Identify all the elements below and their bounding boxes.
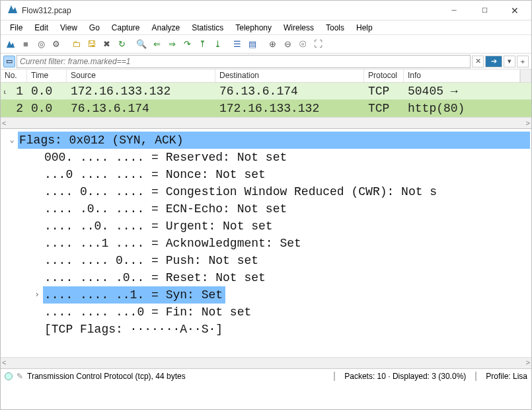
flag-reset[interactable]: .... .... .0.. = Reset: Not set bbox=[2, 269, 530, 286]
scroll-right-icon[interactable]: > bbox=[525, 354, 530, 368]
save-file-icon[interactable]: 🖫 bbox=[84, 37, 98, 52]
packet-flow-marker-icon: ⸤ bbox=[3, 84, 7, 95]
resize-columns-icon[interactable]: ⛶ bbox=[311, 37, 325, 52]
auto-scroll-icon[interactable]: ☰ bbox=[230, 37, 245, 52]
bookmark-filter-icon[interactable]: ▭ bbox=[3, 56, 15, 67]
packet-list-pane: No. Time Source Destination Protocol Inf… bbox=[1, 69, 531, 129]
scroll-left-icon[interactable]: < bbox=[2, 119, 6, 127]
flag-syn: .... .... ..1. = Syn: Set bbox=[43, 286, 225, 304]
col-no[interactable]: No. bbox=[1, 69, 27, 82]
colorize-icon[interactable]: ▤ bbox=[245, 37, 260, 52]
expert-info-icon[interactable] bbox=[5, 372, 13, 380]
menu-edit[interactable]: Edit bbox=[29, 22, 54, 34]
titlebar: Flow312.pcap ─ ☐ ✕ bbox=[1, 1, 531, 20]
capture-options-icon[interactable]: ⚙ bbox=[49, 37, 63, 52]
packet-list-hscroll[interactable]: < > bbox=[1, 117, 531, 128]
display-filter-bar: ▭ ✕ ➔ ▾ + bbox=[1, 54, 531, 69]
menu-wireless[interactable]: Wireless bbox=[278, 22, 319, 34]
menu-capture[interactable]: Capture bbox=[106, 22, 145, 34]
minimize-button[interactable]: ─ bbox=[439, 1, 469, 20]
zoom-in-icon[interactable]: ⊕ bbox=[265, 37, 280, 52]
go-to-icon[interactable]: ↷ bbox=[180, 37, 194, 52]
menu-analyze[interactable]: Analyze bbox=[147, 22, 186, 34]
col-time[interactable]: Time bbox=[27, 69, 67, 82]
clear-filter-button[interactable]: ✕ bbox=[472, 56, 484, 67]
menu-tools[interactable]: Tools bbox=[321, 22, 350, 34]
toolbar: ■ ◎ ⚙ 🗀 🖫 ✖ ↻ 🔍 ⇐ ⇒ ↷ ⤒ ⤓ ☰ ▤ ⊕ ⊖ ⦾ ⛶ bbox=[1, 35, 531, 54]
stop-capture-icon[interactable]: ■ bbox=[19, 37, 33, 52]
details-hscroll[interactable]: < > bbox=[1, 357, 531, 368]
close-button[interactable]: ✕ bbox=[500, 1, 530, 20]
flags-header: Flags: 0x012 (SYN, ACK) bbox=[18, 132, 530, 149]
expand-caret-icon[interactable]: › bbox=[31, 286, 43, 304]
flag-urgent[interactable]: .... ..0. .... = Urgent: Not set bbox=[2, 218, 530, 235]
flag-nonce[interactable]: ...0 .... .... = Nonce: Not set bbox=[2, 166, 530, 183]
flags-header-row[interactable]: ⌄ Flags: 0x012 (SYN, ACK) bbox=[2, 132, 530, 149]
flag-cwr[interactable]: .... 0... .... = Congestion Window Reduc… bbox=[2, 183, 530, 200]
col-destination[interactable]: Destination bbox=[215, 69, 364, 82]
packet-row[interactable]: 2 0.0 76.13.6.174 172.16.133.132 TCP htt… bbox=[1, 100, 531, 117]
status-profile[interactable]: Profile: Lisa bbox=[486, 372, 527, 381]
app-icon bbox=[7, 4, 18, 17]
tcp-flags-summary[interactable]: [TCP Flags: ·······A··S·] bbox=[2, 321, 530, 338]
flag-reserved[interactable]: 000. .... .... = Reserved: Not set bbox=[2, 149, 530, 166]
packet-list-header[interactable]: No. Time Source Destination Protocol Inf… bbox=[1, 69, 531, 83]
display-filter-input[interactable] bbox=[17, 55, 471, 68]
flag-ecn-echo[interactable]: .... .0.. .... = ECN-Echo: Not set bbox=[2, 200, 530, 218]
statusbar: ✎ Transmission Control Protocol (tcp), 4… bbox=[1, 368, 531, 383]
open-file-icon[interactable]: 🗀 bbox=[69, 37, 83, 52]
start-capture-icon[interactable] bbox=[3, 37, 18, 52]
apply-filter-button[interactable]: ➔ bbox=[485, 56, 502, 67]
packet-details-pane[interactable]: ⌄ Flags: 0x012 (SYN, ACK) 000. .... ....… bbox=[1, 129, 531, 368]
flag-ack[interactable]: .... ...1 .... = Acknowledgment: Set bbox=[2, 235, 530, 252]
reload-file-icon[interactable]: ↻ bbox=[114, 37, 129, 52]
menu-view[interactable]: View bbox=[55, 22, 83, 34]
maximize-button[interactable]: ☐ bbox=[469, 1, 500, 20]
find-packet-icon[interactable]: 🔍 bbox=[134, 37, 149, 52]
status-packet-counts: Packets: 10 · Displayed: 3 (30.0%) bbox=[344, 372, 466, 381]
flag-fin[interactable]: .... .... ...0 = Fin: Not set bbox=[2, 304, 530, 321]
edit-pref-icon[interactable]: ✎ bbox=[17, 372, 23, 381]
restart-capture-icon[interactable]: ◎ bbox=[34, 37, 48, 52]
flag-push[interactable]: .... .... 0... = Push: Not set bbox=[2, 252, 530, 269]
col-source[interactable]: Source bbox=[67, 69, 215, 82]
menu-telephony[interactable]: Telephony bbox=[230, 22, 277, 34]
col-protocol[interactable]: Protocol bbox=[364, 69, 404, 82]
go-first-icon[interactable]: ⤒ bbox=[195, 37, 209, 52]
flag-syn-row[interactable]: › .... .... ..1. = Syn: Set bbox=[2, 286, 530, 304]
vscroll-header-gap bbox=[520, 69, 531, 82]
status-selected-field: Transmission Control Protocol (tcp), 44 … bbox=[27, 372, 186, 381]
menu-statistics[interactable]: Statistics bbox=[186, 22, 229, 34]
menu-help[interactable]: Help bbox=[351, 22, 378, 34]
window-title: Flow312.pcap bbox=[22, 6, 439, 15]
scroll-left-icon[interactable]: < bbox=[2, 354, 7, 368]
add-filter-button[interactable]: + bbox=[517, 56, 529, 67]
menu-file[interactable]: File bbox=[5, 22, 28, 34]
col-info[interactable]: Info bbox=[404, 69, 520, 82]
go-forward-icon[interactable]: ⇒ bbox=[165, 37, 179, 52]
zoom-out-icon[interactable]: ⊖ bbox=[280, 37, 295, 52]
menubar: File Edit View Go Capture Analyze Statis… bbox=[1, 20, 531, 35]
packet-row[interactable]: 1 0.0 172.16.133.132 76.13.6.174 TCP 504… bbox=[1, 83, 531, 100]
zoom-reset-icon[interactable]: ⦾ bbox=[295, 37, 310, 52]
close-file-icon[interactable]: ✖ bbox=[99, 37, 114, 52]
go-last-icon[interactable]: ⤓ bbox=[210, 37, 225, 52]
menu-go[interactable]: Go bbox=[84, 22, 105, 34]
go-back-icon[interactable]: ⇐ bbox=[149, 37, 164, 52]
scroll-right-icon[interactable]: > bbox=[526, 119, 530, 127]
expand-caret-icon[interactable]: ⌄ bbox=[6, 132, 18, 149]
filter-dropdown-button[interactable]: ▾ bbox=[504, 56, 515, 67]
